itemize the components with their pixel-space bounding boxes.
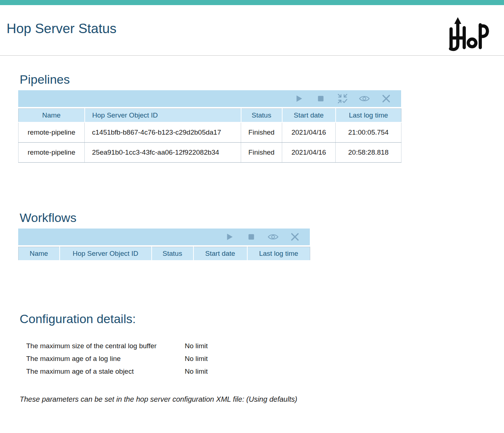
column-header-last-log-time: Last log time <box>336 109 401 123</box>
pipeline-status-cell: Finished <box>241 122 282 143</box>
pipeline-id-cell: c1451bfb-b867-4c76-b123-c29d2b05da17 <box>85 122 241 143</box>
stop-icon[interactable] <box>315 93 326 104</box>
hop-logo <box>446 13 490 56</box>
config-value: No limit <box>185 355 208 363</box>
pipeline-row[interactable]: remote-pipeline 25ea91b0-1cc3-43fc-aa06-… <box>19 143 401 163</box>
workflows-header-row: Name Hop Server Object ID Status Start d… <box>19 247 310 261</box>
pipelines-toolbar <box>18 90 401 107</box>
workflows-table: Name Hop Server Object ID Status Start d… <box>18 247 310 261</box>
pipeline-last-log-cell: 21:00:05.754 <box>336 122 401 143</box>
pipeline-start-date-cell: 2021/04/16 <box>282 122 336 143</box>
column-header-object-id: Hop Server Object ID <box>60 247 152 261</box>
column-header-name: Name <box>19 109 85 123</box>
config-label: The maximum age of a log line <box>26 355 185 363</box>
config-label: The maximum age of a stale object <box>26 368 185 376</box>
pipeline-row[interactable]: remote-pipeline c1451bfb-b867-4c76-b123-… <box>19 122 401 143</box>
remove-icon[interactable] <box>289 231 300 242</box>
configuration-items: The maximum size of the central log buff… <box>26 342 504 376</box>
column-header-name: Name <box>19 247 60 261</box>
column-header-object-id: Hop Server Object ID <box>85 109 241 123</box>
pipeline-id-cell: 25ea91b0-1cc3-43fc-aa06-12f922082b34 <box>85 143 241 163</box>
config-row: The maximum age of a log line No limit <box>26 355 504 363</box>
workflows-section: Workflows <box>18 211 504 261</box>
column-header-status: Status <box>152 247 193 261</box>
stop-icon[interactable] <box>246 231 257 242</box>
pipelines-table: Name Hop Server Object ID Status Start d… <box>18 108 401 163</box>
remove-icon[interactable] <box>381 93 392 104</box>
column-header-start-date: Start date <box>282 109 336 123</box>
pipeline-start-date-cell: 2021/04/16 <box>282 143 336 163</box>
workflows-toolbar <box>18 229 310 245</box>
pipeline-name-cell: remote-pipeline <box>19 143 85 163</box>
view-icon[interactable] <box>359 93 370 104</box>
config-row: The maximum size of the central log buff… <box>26 342 504 350</box>
config-label: The maximum size of the central log buff… <box>26 342 185 350</box>
play-icon[interactable] <box>293 93 304 104</box>
workflows-heading: Workflows <box>20 211 504 225</box>
pipelines-section: Pipelines <box>18 72 504 163</box>
page-title: Hop Server Status <box>7 21 116 36</box>
pipelines-header-row: Name Hop Server Object ID Status Start d… <box>19 109 401 123</box>
config-value: No limit <box>185 368 208 376</box>
configuration-note: These parameters can be set in the hop s… <box>20 395 504 404</box>
cleanup-icon[interactable] <box>337 93 348 104</box>
pipeline-last-log-cell: 20:58:28.818 <box>336 143 401 163</box>
column-header-last-log-time: Last log time <box>247 247 310 261</box>
pipelines-heading: Pipelines <box>20 72 504 87</box>
configuration-section: Configuration details: The maximum size … <box>18 312 504 404</box>
config-value: No limit <box>185 342 208 350</box>
pipeline-status-cell: Finished <box>241 143 282 163</box>
play-icon[interactable] <box>224 231 235 242</box>
config-row: The maximum age of a stale object No lim… <box>26 368 504 376</box>
column-header-status: Status <box>241 109 282 123</box>
column-header-start-date: Start date <box>193 247 247 261</box>
view-icon[interactable] <box>268 231 279 242</box>
page-header: Hop Server Status <box>0 5 504 56</box>
pipeline-name-cell: remote-pipeline <box>19 122 85 143</box>
configuration-heading: Configuration details: <box>20 312 504 326</box>
top-accent-bar <box>0 0 504 5</box>
